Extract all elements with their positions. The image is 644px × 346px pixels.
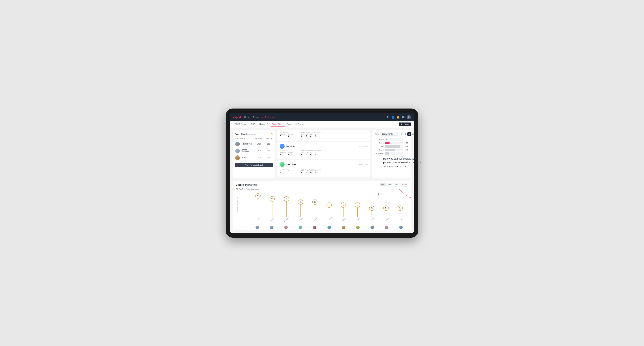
- top-content-row: Team Clippd | 14 Players ✏️ PLAYER NAME …: [233, 130, 411, 178]
- view-toggle-group: ⊞ ☰ ▦ ⊟: [400, 132, 414, 136]
- bar-view-btn[interactable]: ▦: [408, 132, 411, 136]
- table-view-btn[interactable]: ⊟: [411, 132, 414, 136]
- sub-nav-pgat[interactable]: PGAT Players: [233, 122, 249, 127]
- svg-text:3x: 3x: [399, 207, 401, 209]
- svg-text:4x: 4x: [342, 204, 344, 206]
- streak-svg: 7x 6x 6x: [250, 193, 408, 217]
- player-row: 3 Cameron... 17/20 103: [235, 154, 273, 161]
- svg-text:6x: 6x: [271, 198, 273, 200]
- filter-tab-putt[interactable]: PUTT: [401, 183, 408, 186]
- bell-icon[interactable]: 🔔: [396, 116, 400, 119]
- player-name-row: E. Ewert B. McHerg D. Billingham J. Cole…: [250, 219, 408, 220]
- svg-text:6x: 6x: [286, 198, 287, 200]
- user-avatar[interactable]: U: [407, 115, 411, 119]
- player-avg: 107: [264, 150, 273, 152]
- player-card-rees: Rees Britt 02 Sep 2023 Total Rounds Tour: [277, 142, 370, 159]
- annotation-container: Here you can see streaks your players ha…: [383, 157, 422, 169]
- col-pb-score: PB SCORE: [254, 138, 264, 139]
- add-team-button[interactable]: Add Team: [399, 123, 411, 126]
- settings-icon[interactable]: ⚙️: [402, 116, 404, 119]
- player-avatar: 3: [235, 155, 240, 160]
- nav-teams[interactable]: Teams: [253, 115, 259, 119]
- best-round-streaks-panel: Best Round Streaks OTT APP ARG PUTT Off …: [233, 181, 411, 230]
- player-avg: 110: [264, 143, 273, 145]
- rank-badge: 1: [238, 145, 240, 146]
- card-date: 02 Sep 2023: [359, 145, 368, 147]
- chart-subtitle: Off The Tee, Fairway Accuracy: [236, 188, 408, 190]
- rank-badge: 2: [238, 152, 240, 153]
- sub-nav-pga[interactable]: PGA: [249, 122, 257, 127]
- table-header: PLAYER NAME PB SCORE PB AVG SQ: [235, 137, 273, 140]
- search-icon[interactable]: 🔍: [386, 116, 390, 119]
- player-name: Cameron...: [241, 157, 249, 159]
- bar-chart-panel: Show Last 3 months Last 6 months Last 12…: [372, 130, 411, 178]
- sub-nav-hcaps[interactable]: Hcaps 1-5: [258, 122, 270, 127]
- view-leaderboard-button[interactable]: View Full Leaderboard: [235, 163, 273, 167]
- player-score: 19/20: [254, 143, 264, 145]
- player-name: Richard Butler: [241, 143, 252, 145]
- main-content: Team Clippd | 14 Players ✏️ PLAYER NAME …: [230, 128, 414, 233]
- player-row: 1 Richard Butler 19/20 110: [235, 141, 273, 148]
- svg-text:5x: 5x: [300, 201, 302, 203]
- player-score: 18/20: [254, 150, 264, 152]
- nav-links: Home Teams My Performance: [244, 115, 383, 119]
- player-card-josh: Josh Coles 26 Aug 2023 Total Rounds Tour: [277, 160, 370, 177]
- svg-text:7x: 7x: [257, 195, 259, 197]
- sub-navigation: PGAT Players PGA Hcaps 1-5 Team Clippd T…: [230, 121, 414, 128]
- grid-view-btn[interactable]: ⊞: [400, 132, 403, 136]
- nav-home[interactable]: Home: [244, 115, 250, 119]
- player-info: 2 Edward Crossman: [235, 149, 254, 153]
- rounds-summary-card: Total Rounds Tournament 7 Practice: [277, 130, 370, 141]
- user-icon[interactable]: 👤: [392, 116, 394, 119]
- player-avatar-row: [250, 226, 408, 229]
- svg-text:5x: 5x: [314, 201, 316, 203]
- player-avg: 103: [264, 157, 273, 159]
- card-date: 26 Aug 2023: [359, 164, 368, 165]
- sub-nav-all-players[interactable]: All Players: [294, 122, 306, 127]
- filter-tab-arg[interactable]: ARG: [394, 183, 400, 186]
- col-pb-avg: PB AVG SQ: [264, 138, 273, 139]
- nav-icon-group: 🔍 👤 🔔 ⚙️ U: [386, 115, 411, 119]
- player-score: 17/20: [254, 157, 264, 159]
- nav-my-performance[interactable]: My Performance: [262, 115, 277, 119]
- best-round-streaks-title: Best Round Streaks: [236, 183, 258, 186]
- svg-text:3x: 3x: [371, 207, 372, 209]
- top-navigation: clippd Home Teams My Performance 🔍 👤 🔔 ⚙…: [230, 113, 414, 121]
- list-view-btn[interactable]: ☰: [404, 132, 407, 136]
- player-avatar: 2: [235, 149, 240, 153]
- player-name: Edward Crossman: [241, 149, 254, 153]
- card-player-name: Rees Britt: [286, 145, 295, 147]
- bar-label-eagles: Eagles: [374, 139, 384, 140]
- bar-label-pars: Pars: [374, 146, 384, 147]
- leaderboard-panel: Team Clippd | 14 Players ✏️ PLAYER NAME …: [233, 130, 275, 178]
- practice-val: 6: [288, 135, 292, 138]
- filter-tab-app[interactable]: APP: [386, 183, 393, 186]
- sub-nav-tour[interactable]: Tour: [286, 122, 292, 127]
- player-info: 1 Richard Butler: [235, 142, 254, 146]
- filter-tab-ott[interactable]: OTT: [380, 183, 386, 186]
- time-filter-select[interactable]: Last 3 months Last 6 months Last 12 mont…: [380, 132, 398, 136]
- svg-text:4x: 4x: [328, 204, 330, 206]
- bar-label-birdies: Birdies: [374, 142, 384, 144]
- rank-badge: 3: [238, 158, 240, 160]
- sub-nav-team-clippd[interactable]: Team Clippd: [270, 122, 285, 127]
- bar-label-bogeys: Bogeys: [374, 149, 384, 151]
- col-player-name: PLAYER NAME: [235, 138, 254, 139]
- bar-label-dbogeys: D. Bogeys +: [374, 153, 384, 154]
- streak-plot-area: 8 6 4 2 0: [250, 193, 408, 217]
- svg-text:4x: 4x: [357, 204, 358, 206]
- tournament-val: 7: [280, 135, 286, 138]
- leaderboard-player-count: | 14 Players: [248, 133, 256, 135]
- card-player-name: Josh Coles: [286, 163, 296, 166]
- filter-tabs-group: OTT APP ARG PUTT: [380, 183, 408, 186]
- sub-nav-items: PGAT Players PGA Hcaps 1-5 Team Clippd T…: [233, 122, 398, 127]
- app-logo: clippd: [233, 116, 241, 119]
- total-rounds-label: Total Rounds: [280, 132, 292, 134]
- streak-chart-area: Best Streak, Fairway Accuracy 8 6 4: [236, 193, 408, 228]
- edit-icon[interactable]: ✏️: [270, 133, 273, 135]
- player-avatar: 1: [235, 142, 240, 146]
- show-label: Show: [374, 133, 379, 135]
- svg-text:3x: 3x: [385, 207, 387, 209]
- leaderboard-title: Team Clippd: [235, 133, 246, 135]
- y-axis-label: Best Streak, Fairway Accuracy: [237, 197, 238, 213]
